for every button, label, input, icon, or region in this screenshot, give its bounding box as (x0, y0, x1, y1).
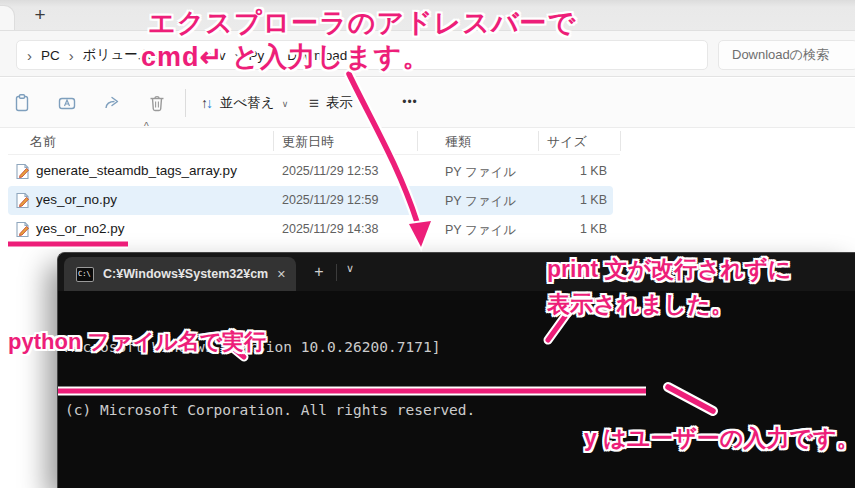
chevron-right-icon: › (27, 48, 32, 63)
chevron-down-icon: ∨ (282, 99, 289, 109)
column-header-size[interactable]: サイズ (547, 133, 587, 151)
annotation-input-note: y はユーザーの入力です。 (584, 423, 855, 454)
new-tab-button[interactable]: + (28, 3, 52, 27)
file-size: 1 KB (527, 164, 607, 178)
sort-button[interactable]: ↑↓ 並べ替え ∨ (193, 88, 296, 118)
header-divider (8, 154, 620, 155)
share-button[interactable] (100, 91, 124, 115)
python-file-icon (14, 221, 31, 238)
view-button-label: 表示 (326, 94, 353, 112)
python-file-icon (14, 192, 31, 209)
terminal-tab[interactable]: C:\ C:¥Windows¥System32¥cmd.e ✕ (64, 257, 296, 291)
screenshot-stage: + › PC › ボリューム (G:) › Dev › Py › Downloa… (0, 0, 855, 488)
terminal-dropdown-icon[interactable]: ∨ (346, 262, 354, 275)
terminal-tab-title: C:¥Windows¥System32¥cmd.e (103, 267, 268, 281)
close-tab-icon[interactable]: ✕ (277, 268, 286, 281)
sort-button-label: 並べ替え (220, 94, 275, 112)
annotation-address-note-line1: エクスプローラのアドレスバーで (148, 5, 576, 41)
terminal-new-tab-button[interactable]: + (308, 261, 330, 283)
search-input[interactable]: Downloadの検索 (718, 40, 855, 70)
file-size: 1 KB (527, 222, 607, 236)
toolbar-divider (185, 89, 186, 117)
file-row[interactable]: generate_steamdb_tags_array.py 2025/11/2… (8, 157, 613, 186)
file-name: generate_steamdb_tags_array.py (36, 163, 237, 178)
chevron-right-icon: › (69, 48, 74, 63)
sort-arrows-icon: ↑↓ (201, 95, 213, 111)
terminal-output[interactable]: Microsoft Windows [Version 10.0.26200.71… (58, 291, 855, 488)
column-separator[interactable] (273, 131, 274, 151)
breadcrumb-item-pc[interactable]: PC (41, 48, 60, 63)
rename-button[interactable] (55, 91, 79, 115)
terminal-line: (c) Microsoft Corporation. All rights re… (65, 400, 855, 421)
python-file-icon (14, 163, 31, 180)
rename-icon (57, 93, 77, 113)
annotation-print-note-line2: 表示されました。 (547, 289, 734, 320)
more-options-button[interactable]: ••• (396, 91, 424, 115)
explorer-toolbar: ↑↓ 並べ替え ∨ ≡ 表示 ∨ ••• (0, 78, 855, 128)
file-size: 1 KB (527, 193, 607, 207)
annotation-run-note: python ファイル名で実行 (8, 327, 266, 357)
sort-ascending-indicator: ^ (144, 121, 149, 132)
file-name: yes_or_no2.py (36, 221, 125, 236)
file-modified: 2025/11/29 12:59 (282, 193, 378, 207)
file-type: PY ファイル (445, 222, 516, 239)
file-row[interactable]: yes_or_no2.py 2025/11/29 14:38 PY ファイル 1… (8, 215, 613, 244)
paste-button[interactable] (10, 91, 34, 115)
column-header-type[interactable]: 種類 (445, 133, 471, 151)
explorer-active-tab[interactable] (0, 6, 14, 30)
column-separator[interactable] (538, 131, 539, 151)
file-modified: 2025/11/29 14:38 (282, 222, 378, 236)
file-name: yes_or_no.py (36, 192, 117, 207)
paste-icon (12, 93, 32, 113)
share-icon (102, 93, 122, 113)
chevron-down-icon: ∨ (360, 99, 367, 109)
column-header-modified[interactable]: 更新日時 (282, 133, 334, 151)
terminal-toolbar-divider (336, 264, 337, 281)
file-type: PY ファイル (445, 193, 516, 210)
file-type: PY ファイル (445, 164, 516, 181)
column-separator[interactable] (620, 131, 621, 151)
annotation-print-note-line1: print 文が改行されずに (547, 254, 791, 285)
view-button[interactable]: ≡ 表示 ∨ (301, 88, 375, 118)
annotation-address-note-line2: cmd↵ と入力します。 (141, 39, 430, 75)
view-list-icon: ≡ (309, 95, 319, 112)
column-header-name[interactable]: 名前 (30, 133, 56, 151)
trash-icon (147, 93, 167, 113)
column-separator[interactable] (417, 131, 418, 151)
file-modified: 2025/11/29 12:53 (282, 164, 378, 178)
file-row-selected[interactable]: yes_or_no.py 2025/11/29 12:59 PY ファイル 1 … (8, 186, 613, 215)
cmd-icon: C:\ (76, 267, 94, 282)
file-list-header: ^ 名前 更新日時 種類 サイズ (0, 128, 855, 155)
delete-button[interactable] (145, 91, 169, 115)
